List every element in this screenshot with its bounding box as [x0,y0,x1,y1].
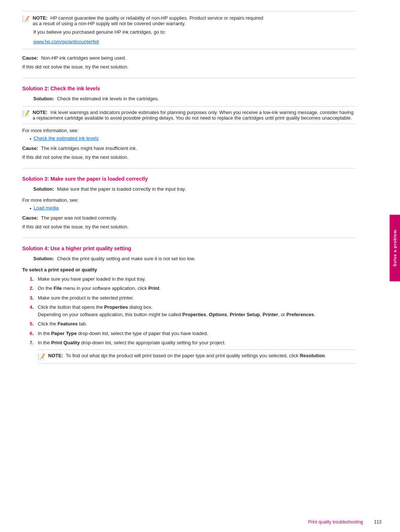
solution4-text: Check the print quality setting and make… [57,256,196,261]
solution4-final-note-text: To find out what dpi the product will pr… [66,353,326,358]
solution4-final-note-icon: 📝 [38,353,45,360]
page-wrapper: 📝 NOTE: HP cannot guarantee the quality … [0,0,400,532]
top-note-link-container: www.hp.com/go/anticounterfeit [33,38,356,46]
bullet-dot-1: • [30,136,31,142]
top-cause-text: Non-HP ink cartridges were being used. [41,55,126,61]
step-2-num: 2. [30,285,38,292]
solution3-label: Solution: [33,186,54,192]
top-note-genuine: If you believe you purchased genuine HP … [33,29,356,36]
solution3-section: Solution 3: Make sure the paper is loade… [22,176,356,230]
footer-text: Print quality troubleshooting [308,519,363,525]
top-cause-row: Cause: Non-HP ink cartridges were being … [22,54,356,62]
solution3-cause-label: Cause: [22,215,38,221]
solution2-section: Solution 2: Check the ink levels Solutio… [22,86,356,161]
step-4-num: 4. [30,304,38,311]
solution3-cause-row: Cause: The paper was not loaded correctl… [22,214,356,222]
solution2-bullet: • Check the estimated ink levels [30,135,356,142]
step-3-num: 3. [30,294,38,302]
solution2-note-content: NOTE: Ink level warnings and indicators … [33,110,356,121]
step-3: 3. Make sure the product is the selected… [30,294,356,302]
solution3-intro: Solution: Make sure that the paper is lo… [33,185,356,193]
footer-page: 113 [374,519,381,525]
step-2: 2. On the File menu in your software app… [30,285,356,292]
solution4-final-note-label: NOTE: [48,353,63,358]
top-note-label: NOTE: [33,15,47,21]
top-cause-label: Cause: [22,55,38,61]
solution4-final-note: 📝 NOTE: To find out what dpi the product… [38,349,356,364]
solution4-label: Solution: [33,256,54,261]
check-ink-levels-link[interactable]: Check the estimated ink levels [34,135,99,141]
step-1-num: 1. [30,275,38,283]
top-note-icon: 📝 [22,16,30,23]
anticounterfeit-link[interactable]: www.hp.com/go/anticounterfeit [33,39,99,44]
solution4-heading: Solution 4: Use a higher print quality s… [22,245,356,251]
top-note-row: 📝 NOTE: HP cannot guarantee the quality … [22,15,356,26]
step-6-num: 6. [30,330,38,337]
solve-problem-tab[interactable]: Solve a problem [390,215,400,281]
top-note-line1: HP cannot guarantee the quality or relia… [50,15,263,21]
step-1: 1. Make sure you have paper loaded in th… [30,275,356,283]
solution3-text: Make sure that the paper is loaded corre… [57,186,186,192]
top-note-content: NOTE: HP cannot guarantee the quality or… [33,15,263,26]
separator-1 [22,78,356,78]
solution3-if-not-solved: If this did not solve the issue, try the… [22,223,356,231]
step-5-num: 5. [30,320,38,328]
step-4: 4. Click the button that opens the Prope… [30,304,356,318]
separator-3 [22,238,356,238]
solution4-final-note-wrapper: 📝 NOTE: To find out what dpi the product… [38,349,356,364]
separator-2 [22,168,356,168]
page-footer: Print quality troubleshooting 113 [308,519,381,525]
step-6-text: In the Paper Type drop-down list, select… [38,330,356,337]
solution2-intro: Solution: Check the estimated ink levels… [33,95,356,103]
solution4-final-note-content: NOTE: To find out what dpi the product w… [48,353,326,358]
solution2-cause-row: Cause: The ink cartridges might have ins… [22,145,356,152]
step-5: 5. Click the Features tab. [30,320,356,328]
step-7-text: In the Print Quality drop-down list, sel… [38,339,356,347]
step-2-text: On the File menu in your software applic… [38,285,356,292]
solution3-heading: Solution 3: Make sure the paper is loade… [22,176,356,182]
solution2-if-not-solved: If this did not solve the issue, try the… [22,154,356,161]
solution2-cause-text: The ink cartridges might have insufficie… [41,145,137,151]
load-media-link[interactable]: Load media [34,205,59,211]
numbered-list: 1. Make sure you have paper loaded in th… [30,275,356,364]
top-if-not-solved: If this did not solve the issue, try the… [22,63,356,71]
solution3-bullet: • Load media [30,205,356,211]
step-7-num: 7. [30,339,38,347]
solution4-section: Solution 4: Use a higher print quality s… [22,245,356,364]
solution2-cause-label: Cause: [22,145,38,151]
step-1-text: Make sure you have paper loaded in the i… [38,275,356,283]
numbered-title: To select a print speed or quality [22,267,356,272]
solution2-for-more-info: For more information, see: [22,127,356,134]
solution3-cause-text: The paper was not loaded correctly. [41,215,117,221]
solution4-intro: Solution: Check the print quality settin… [33,255,356,262]
step-7: 7. In the Print Quality drop-down list, … [30,339,356,347]
solution2-text: Check the estimated ink levels in the ca… [57,96,159,101]
step-3-text: Make sure the product is the selected pr… [38,294,356,302]
solution2-label: Solution: [33,96,54,101]
solution3-for-more-info: For more information, see: [22,197,356,204]
top-note-line3: If you believe you purchased genuine HP … [33,29,166,35]
main-content: 📝 NOTE: HP cannot guarantee the quality … [0,0,378,532]
solution2-note-icon: 📝 [22,110,30,117]
step-4-main: 4. Click the button that opens the Prope… [30,304,153,311]
step-6: 6. In the Paper Type drop-down list, sel… [30,330,356,337]
top-note-line2: as a result of using a non-HP supply wil… [33,21,186,26]
step-4-text: Click the button that opens the Properti… [38,304,153,311]
side-tab-text: Solve a problem [393,230,397,267]
solution2-note-label: NOTE: [33,110,47,115]
bullet-dot-2: • [30,206,31,211]
solution2-heading: Solution 2: Check the ink levels [22,86,356,91]
step-5-text: Click the Features tab. [38,320,356,328]
solution2-note-text: Ink level warnings and indicators provid… [33,110,354,121]
step-4-subtext: Depending on your software application, … [38,311,315,318]
solution2-note: 📝 NOTE: Ink level warnings and indicator… [22,106,356,124]
top-note-box: 📝 NOTE: HP cannot guarantee the quality … [22,11,356,49]
